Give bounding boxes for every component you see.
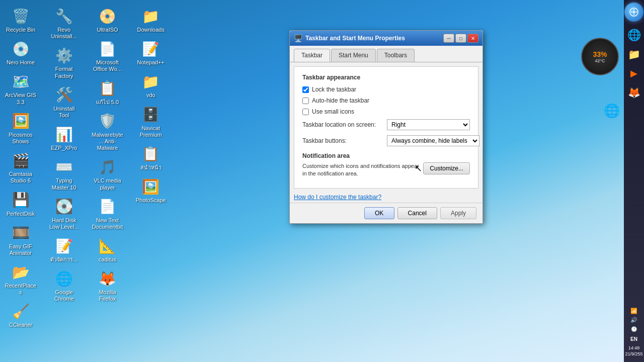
desktop-icon-caditus[interactable]: 📐 caditus	[90, 235, 126, 265]
lock-taskbar-checkbox[interactable]	[302, 86, 309, 93]
tray-clock-icon[interactable]: 🕐	[630, 325, 638, 333]
language-badge[interactable]: EN	[630, 335, 637, 343]
desktop-icon-typing[interactable]: ⌨️ Typing Master 10	[46, 156, 82, 193]
notepadplus-icon: 📝	[142, 40, 160, 58]
tab-start-menu[interactable]: Start Menu	[331, 49, 376, 62]
camtasia-label: Camtasia Studio 6	[5, 171, 37, 184]
desktop-icon-ultraiso[interactable]: 📀 UltraISO	[90, 5, 126, 35]
start-button[interactable]	[624, 3, 643, 22]
uninstall-label: Uninstall Tool	[48, 106, 80, 119]
revo-icon: 🔧	[55, 7, 73, 25]
desktop-icon-vlc[interactable]: 🎵 VLC media player	[90, 156, 126, 193]
taskbar-appearance-section: Taskbar appearance	[302, 74, 470, 81]
apply-button[interactable]: Apply	[440, 207, 476, 219]
thai1-icon: 📝	[55, 237, 73, 255]
desktop-icon-arcview[interactable]: 🗺️ ArcView GIS 3.3	[3, 70, 39, 107]
picosmos-icon: 🖼️	[12, 112, 30, 130]
desktop-icon-recycle-bin[interactable]: 🗑️ Recycle Bin	[3, 5, 39, 35]
taskbar-explorer-icon[interactable]: 📁	[626, 46, 642, 62]
desktop-icon-vdo[interactable]: 📁 vdo	[133, 70, 169, 101]
location-row: Taskbar location on screen: Right Bottom…	[302, 119, 470, 130]
desktop-icon-nero[interactable]: 💿 Nero Home	[3, 38, 39, 68]
easygif-icon: 🎞️	[12, 224, 30, 242]
desktop: 🗑️ Recycle Bin 💿 Nero Home 🗺️ ArcView GI…	[0, 0, 644, 362]
tab-toolbars[interactable]: Toolbars	[377, 49, 415, 62]
desktop-icon-camtasia[interactable]: 🎬 Camtasia Studio 6	[3, 149, 39, 186]
tray-volume-icon[interactable]: 🔊	[630, 316, 638, 324]
notification-area-section: Notification area Customize... Customize…	[302, 152, 470, 181]
chrome-label: Google Chrome	[48, 289, 80, 302]
gauge-label: 42°C	[595, 58, 605, 63]
ok-button[interactable]: OK	[364, 207, 394, 219]
dialog-footer: OK Cancel Apply	[290, 203, 482, 223]
buttons-select[interactable]: Always combine, hide labels Combine when…	[387, 135, 479, 146]
notepadplus-label: Notepad++	[137, 59, 165, 66]
taskbar-firefox-icon[interactable]: 🦊	[626, 84, 642, 101]
desktop-icon-navicat[interactable]: 🗄️ Navicat Premium	[133, 104, 169, 140]
dialog-titlebar[interactable]: 🖥️ Taskbar and Start Menu Properties ─ □…	[290, 31, 482, 46]
taskbar-properties-dialog: 🖥️ Taskbar and Start Menu Properties ─ □…	[289, 30, 483, 224]
buttons-row: Taskbar buttons: Always combine, hide la…	[302, 135, 470, 146]
taskbar-media-icon[interactable]: ▶	[626, 65, 642, 81]
msoffice-label: Microsoft Office Wo...	[92, 59, 124, 72]
close-button[interactable]: ✕	[467, 34, 478, 43]
desktop-icon-msoffice[interactable]: 📄 Microsoft Office Wo...	[90, 38, 126, 74]
maximize-button[interactable]: □	[455, 34, 466, 43]
desktop-icon-thai1[interactable]: 📝 ตัวจัดการ...	[46, 235, 82, 265]
lock-taskbar-row: Lock the taskbar	[302, 86, 470, 93]
desktop-icon-ezp[interactable]: 📊 EZP_XPro	[46, 123, 82, 153]
minimize-button[interactable]: ─	[443, 34, 454, 43]
desktop-icon-revo[interactable]: 🔧 Revo Uninstall...	[46, 5, 82, 42]
desktop-icon-firefox[interactable]: 🦊 Mozilla Firefox	[90, 267, 126, 304]
taskbar-ie-icon[interactable]: 🌐	[626, 27, 642, 43]
location-select[interactable]: Right Bottom Left Top	[387, 119, 470, 130]
recycle-bin-icon: 🗑️	[12, 7, 30, 25]
small-icons-checkbox[interactable]	[302, 109, 309, 115]
help-link[interactable]: How do I customize the taskbar?	[294, 194, 478, 201]
perfectdisk-label: PerfectDisk	[7, 211, 35, 217]
newtext-icon: 📄	[99, 198, 117, 216]
firefox-icon: 🦊	[99, 269, 117, 288]
autohide-checkbox[interactable]	[302, 98, 309, 104]
dialog-title-icon: 🖥️	[294, 34, 302, 42]
customize-button[interactable]: Customize...	[423, 162, 470, 174]
ie-shortcut-icon[interactable]: 🌐	[604, 103, 620, 119]
small-icons-row: Use small icons	[302, 108, 470, 115]
desktop-icon-notepadplus[interactable]: 📝 Notepad++	[133, 38, 169, 68]
desktop-icon-picosmos[interactable]: 🖼️ Picosmos Shows	[3, 110, 39, 147]
caditus-icon: 📐	[99, 237, 117, 255]
desktop-icon-newtext[interactable]: 📄 New Text Documenttxt	[90, 196, 126, 232]
gauge-value: 33%	[593, 50, 607, 58]
desktop-icon-thai2[interactable]: 📋 แก้ไป 5.0	[90, 77, 126, 108]
tray-network-icon[interactable]: 📶	[630, 307, 638, 315]
system-tray: 📶 🔊 🕐	[630, 307, 638, 333]
desktop-icon-malwarebytes[interactable]: 🛡️ Malwarebyte... Anti-Malware	[90, 110, 126, 154]
desktop-icon-harddisk[interactable]: 💽 Hard Disk Low Level...	[46, 196, 82, 232]
desktop-icon-perfectdisk[interactable]: 💾 PerfectDisk	[3, 189, 39, 219]
notification-area-title: Notification area	[302, 152, 470, 159]
downloads-label: Downloads	[137, 27, 165, 33]
harddisk-label: Hard Disk Low Level...	[48, 217, 80, 230]
cancel-button[interactable]: Cancel	[397, 207, 437, 219]
desktop-icon-recentplaces[interactable]: 📂 RecentPlaces	[3, 261, 39, 298]
revo-label: Revo Uninstall...	[48, 27, 80, 40]
desktop-icon-easygif[interactable]: 🎞️ Easy GIF Animator	[3, 222, 39, 258]
recentplaces-label: RecentPlaces	[5, 283, 37, 296]
desktop-icon-chrome[interactable]: 🌐 Google Chrome	[46, 267, 82, 304]
dialog-tabs: Taskbar Start Menu Toolbars	[290, 46, 482, 62]
system-clock: 14:48 21/9/255	[624, 343, 643, 359]
firefox-label: Mozilla Firefox	[92, 289, 124, 302]
malwarebytes-label: Malwarebyte... Anti-Malware	[92, 132, 124, 152]
chrome-icon: 🌐	[55, 269, 73, 288]
desktop-icon-downloads[interactable]: 📁 Downloads	[133, 5, 169, 35]
desktop-icon-thai3[interactable]: 📋 สนำหน้า	[133, 143, 169, 173]
location-label: Taskbar location on screen:	[302, 121, 383, 128]
tab-taskbar[interactable]: Taskbar	[294, 49, 330, 62]
picosmos-label: Picosmos Shows	[5, 132, 37, 145]
desktop-icon-ccleaner[interactable]: 🧹 CCleaner	[3, 300, 39, 330]
gauge-widget: 33% 42°C	[581, 38, 619, 75]
desktop-icon-photoscap[interactable]: 🖼️ PhotoScape	[133, 175, 169, 206]
photoscap-label: PhotoScape	[136, 197, 166, 204]
desktop-icon-uninstall[interactable]: 🛠️ Uninstall Tool	[46, 84, 82, 121]
desktop-icon-format-factory[interactable]: ⚙️ Format Factory	[46, 44, 82, 81]
